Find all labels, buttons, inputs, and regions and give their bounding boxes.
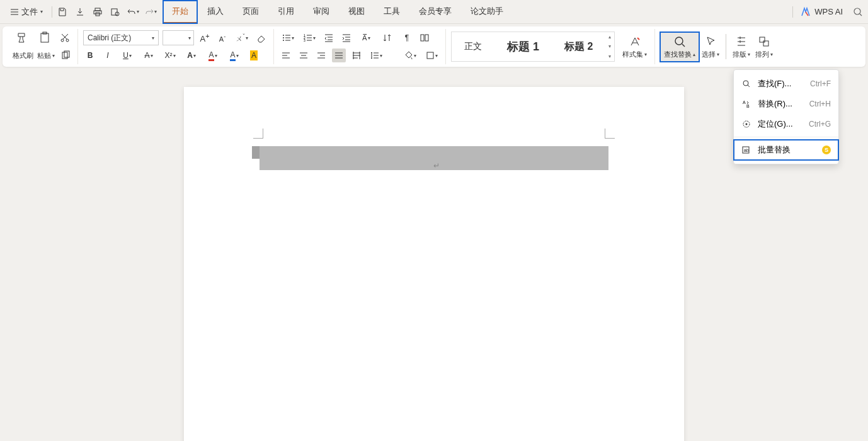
increase-font-button[interactable]: A+ <box>198 31 212 45</box>
phonetic-guide-button[interactable]: ㄨˇ▾ <box>233 31 251 45</box>
margin-corner-tl <box>253 129 263 139</box>
tab-insert[interactable]: 插入 <box>198 1 232 23</box>
distribute-button[interactable] <box>350 49 363 62</box>
superscript-button[interactable]: X²▾ <box>161 49 179 62</box>
text-effects-button[interactable]: A▾ <box>183 49 200 62</box>
decrease-indent-button[interactable] <box>322 31 336 45</box>
redo-button[interactable]: ▾ <box>144 6 157 18</box>
copy-button[interactable] <box>59 49 72 62</box>
svg-rect-6 <box>41 33 49 42</box>
undo-icon <box>127 7 137 17</box>
svg-point-14 <box>283 40 284 41</box>
paste-label[interactable]: 粘贴▾ <box>37 51 55 60</box>
tab-page[interactable]: 页面 <box>234 1 268 23</box>
export-icon <box>75 7 85 17</box>
batch-replace-icon: ab <box>742 146 751 154</box>
columns-button[interactable] <box>418 31 431 45</box>
undo-button[interactable]: ▾ <box>127 6 139 18</box>
bold-icon: B <box>88 51 93 60</box>
font-color-blue-button[interactable]: A▾ <box>226 49 243 62</box>
tab-review[interactable]: 审阅 <box>304 1 338 23</box>
svg-rect-20 <box>427 52 433 59</box>
svg-point-12 <box>283 35 284 36</box>
dropdown-item-goto[interactable]: 定位(G)... Ctrl+G <box>734 114 838 134</box>
style-scroll-expand[interactable]: ▾ <box>605 52 614 61</box>
font-size-select[interactable]: ▾ <box>163 30 194 45</box>
borders-button[interactable]: ▾ <box>423 49 440 62</box>
search-icon <box>742 79 751 88</box>
char-scale-button[interactable]: A̅▾ <box>357 31 375 45</box>
save-button[interactable] <box>56 6 69 18</box>
find-replace-dropdown: 查找(F)... Ctrl+F AB 替换(R)... Ctrl+H 定位(G)… <box>733 69 839 164</box>
file-menu-label: 文件 <box>21 6 38 18</box>
search-icon[interactable] <box>853 7 863 17</box>
increase-indent-button[interactable] <box>340 31 353 45</box>
dropdown-item-batch-replace[interactable]: ab 批量替换 S <box>734 140 838 160</box>
underline-button[interactable]: U▾ <box>118 49 136 62</box>
file-menu-button[interactable]: 文件 ▾ <box>5 4 48 20</box>
shading-icon <box>404 51 413 60</box>
sort-button[interactable] <box>379 31 396 45</box>
document-page[interactable]: ↵ <box>184 87 684 441</box>
cursor-icon <box>704 35 717 48</box>
dropdown-item-shortcut: Ctrl+H <box>809 100 831 108</box>
wps-ai-label[interactable]: WPS AI <box>814 7 843 16</box>
clear-formatting-button[interactable] <box>254 31 268 45</box>
align-justify-button[interactable] <box>332 49 346 62</box>
hamburger-icon <box>10 8 19 16</box>
shading-button[interactable]: ▾ <box>401 49 419 62</box>
tab-view[interactable]: 视图 <box>340 1 374 23</box>
font-color-red-button[interactable]: A▾ <box>204 49 222 62</box>
paste-button[interactable] <box>35 30 54 46</box>
borders-icon <box>426 51 435 60</box>
svg-rect-23 <box>763 41 768 46</box>
style-scroll-up[interactable]: ▴ <box>605 32 614 42</box>
find-replace-button[interactable]: 查找替换▴ <box>660 32 699 62</box>
dropdown-item-find[interactable]: 查找(F)... Ctrl+F <box>734 74 838 94</box>
align-center-button[interactable] <box>297 49 311 62</box>
tab-reference[interactable]: 引用 <box>269 1 303 23</box>
highlight-button[interactable]: A <box>247 49 261 62</box>
strikethrough-button[interactable]: A▾ <box>140 49 157 62</box>
style-normal[interactable]: 正文 <box>452 32 494 61</box>
preview-icon <box>110 7 120 17</box>
layout-button[interactable]: 排版▾ <box>730 33 753 60</box>
print-icon <box>93 7 103 17</box>
distribute-icon <box>352 51 361 60</box>
tab-thesis[interactable]: 论文助手 <box>462 1 512 23</box>
align-center-icon <box>299 51 308 60</box>
cut-button[interactable] <box>58 31 72 45</box>
tab-start[interactable]: 开始 <box>163 1 197 23</box>
char-scale-icon: A̅ <box>362 34 367 42</box>
style-scroll-down[interactable]: ▾ <box>605 42 614 51</box>
align-left-button[interactable] <box>279 49 293 62</box>
bullet-list-icon <box>282 33 291 42</box>
line-spacing-button[interactable]: ▾ <box>367 49 385 62</box>
tab-member[interactable]: 会员专享 <box>410 1 460 23</box>
decrease-font-button[interactable]: A- <box>215 31 229 45</box>
bold-button[interactable]: B <box>83 49 97 62</box>
style-heading1[interactable]: 标题 1 <box>494 32 552 61</box>
format-painter-button[interactable] <box>13 30 31 46</box>
svg-text:B: B <box>746 104 750 108</box>
align-right-button[interactable] <box>314 49 328 62</box>
number-list-button[interactable]: 123▾ <box>300 31 318 45</box>
cut-icon <box>60 33 70 43</box>
print-button[interactable] <box>91 6 104 18</box>
number-list-icon: 123 <box>304 33 312 42</box>
style-heading2[interactable]: 标题 2 <box>552 32 605 61</box>
select-button[interactable]: 选择▾ <box>699 33 722 60</box>
font-name-select[interactable]: Calibri (正文)▾ <box>83 30 159 45</box>
tab-tools[interactable]: 工具 <box>375 1 409 23</box>
arrange-button[interactable]: 排列▾ <box>753 33 775 60</box>
ribbon-tabs: 开始 插入 页面 引用 审阅 视图 工具 会员专享 论文助手 <box>163 1 512 23</box>
bullet-list-button[interactable]: ▾ <box>279 31 297 45</box>
italic-button[interactable]: I <box>101 49 115 62</box>
styleset-button[interactable]: 样式集▾ <box>620 33 649 60</box>
dropdown-item-replace[interactable]: AB 替换(R)... Ctrl+H <box>734 94 838 114</box>
preview-button[interactable] <box>109 6 122 18</box>
arrange-icon <box>758 35 770 48</box>
show-marks-button[interactable]: ¶ <box>400 31 414 45</box>
align-right-icon <box>317 51 326 60</box>
export-button[interactable] <box>74 6 86 18</box>
